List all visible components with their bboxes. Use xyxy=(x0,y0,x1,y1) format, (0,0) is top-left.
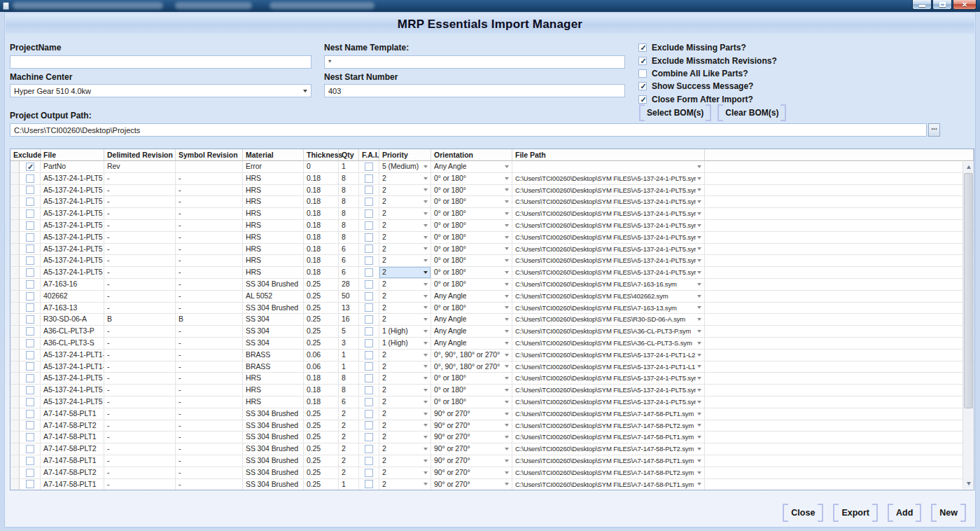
file-path-dropdown[interactable]: C:\Users\TCI00260\Desktop\SYM FILES\A7-1… xyxy=(512,408,705,420)
exclude-cell[interactable] xyxy=(20,361,41,373)
col-header-priority[interactable]: Priority xyxy=(379,149,431,161)
fai-cell[interactable] xyxy=(359,314,379,326)
file-path-dropdown[interactable]: C:\Users\TCI00260\Desktop\SYM FILES\A5-1… xyxy=(512,396,705,408)
exclude-cell[interactable] xyxy=(20,314,41,326)
priority-dropdown[interactable]: 2 xyxy=(379,185,431,197)
orientation-dropdown[interactable]: Any Angle xyxy=(431,314,512,326)
exclude-cell[interactable] xyxy=(20,185,41,197)
col-header-material[interactable]: Material xyxy=(243,149,304,161)
scroll-down-button[interactable] xyxy=(963,478,974,489)
exclude-cell[interactable] xyxy=(20,220,41,232)
fai-cell[interactable] xyxy=(359,244,379,256)
row-header-cell[interactable] xyxy=(10,350,20,361)
fai-cell[interactable] xyxy=(359,255,379,267)
exclude-checkbox[interactable] xyxy=(26,386,34,394)
exclude-checkbox[interactable] xyxy=(26,374,34,382)
export-button[interactable]: Export xyxy=(833,504,878,522)
fai-checkbox[interactable] xyxy=(365,221,373,230)
row-header-cell[interactable] xyxy=(10,373,20,385)
fai-cell[interactable] xyxy=(359,220,379,232)
fai-checkbox[interactable] xyxy=(365,398,373,406)
col-header-qty[interactable]: Qty xyxy=(339,149,359,161)
file-path-dropdown[interactable]: C:\Users\TCI00260\Desktop\SYM FILES\A5-1… xyxy=(512,173,705,185)
fai-cell[interactable] xyxy=(359,396,379,408)
exclude-cell[interactable] xyxy=(20,385,41,396)
orientation-dropdown[interactable]: 0° or 180° xyxy=(431,279,512,291)
exclude-checkbox[interactable] xyxy=(26,292,34,301)
fai-checkbox[interactable] xyxy=(365,421,373,429)
orientation-dropdown[interactable]: 0° or 180° xyxy=(431,373,512,385)
priority-dropdown[interactable]: 2 xyxy=(379,196,431,208)
orientation-dropdown[interactable]: 0° or 180° xyxy=(431,396,512,408)
priority-dropdown[interactable]: 2 xyxy=(379,385,431,396)
orientation-dropdown[interactable]: 0° or 180° xyxy=(431,255,512,267)
fai-cell[interactable] xyxy=(359,303,379,315)
exclude-cell[interactable] xyxy=(20,443,41,455)
orientation-dropdown[interactable]: 0°, 90°, 180° or 270° xyxy=(431,361,512,373)
row-header-cell[interactable] xyxy=(10,467,20,479)
exclude-checkbox[interactable] xyxy=(26,433,34,441)
orientation-dropdown[interactable]: 90° or 270° xyxy=(431,432,512,443)
exclude-checkbox[interactable] xyxy=(26,457,34,465)
col-header-file[interactable]: File xyxy=(41,149,104,161)
orientation-dropdown[interactable]: 0° or 180° xyxy=(431,220,512,232)
fai-cell[interactable] xyxy=(359,361,379,373)
nest-start-number-input[interactable] xyxy=(324,84,625,97)
exclude-checkbox[interactable] xyxy=(26,362,34,371)
row-header-cell[interactable] xyxy=(10,396,20,408)
file-path-dropdown[interactable]: C:\Users\TCI00260\Desktop\SYM FILES\A5-1… xyxy=(512,385,705,396)
scroll-up-button[interactable] xyxy=(963,162,974,172)
minimize-button[interactable] xyxy=(912,0,932,10)
priority-dropdown[interactable]: 2 xyxy=(379,291,431,303)
close-button[interactable]: Close xyxy=(783,504,823,522)
priority-dropdown[interactable]: 1 (High) xyxy=(379,338,431,350)
priority-dropdown[interactable]: 2 xyxy=(379,420,431,432)
orientation-dropdown[interactable]: Any Angle xyxy=(431,291,512,303)
fai-cell[interactable] xyxy=(359,338,379,350)
priority-dropdown[interactable]: 2 xyxy=(379,303,431,315)
row-header-cell[interactable] xyxy=(10,455,20,467)
exclude-cell[interactable] xyxy=(20,173,41,185)
row-header-cell[interactable] xyxy=(10,161,20,173)
exclude-cell[interactable] xyxy=(20,161,41,173)
fai-checkbox[interactable] xyxy=(365,339,373,347)
file-path-dropdown[interactable]: C:\Users\TCI00260\Desktop\SYM FILES\A7-1… xyxy=(512,443,705,455)
file-path-dropdown[interactable]: C:\Users\TCI00260\Desktop\SYM FILES\A5-1… xyxy=(512,208,705,220)
exclude-checkbox[interactable] xyxy=(26,327,34,336)
priority-dropdown[interactable]: 2 xyxy=(379,432,431,443)
file-path-dropdown[interactable]: C:\Users\TCI00260\Desktop\SYM FILES\A5-1… xyxy=(512,255,705,267)
priority-dropdown[interactable]: 1 (High) xyxy=(379,326,431,338)
exclude-checkbox[interactable] xyxy=(26,303,34,312)
orientation-dropdown[interactable]: 90° or 270° xyxy=(431,479,512,490)
fai-cell[interactable] xyxy=(359,291,379,303)
fai-checkbox[interactable] xyxy=(365,469,373,477)
exclude-cell[interactable] xyxy=(20,232,41,244)
fai-checkbox[interactable] xyxy=(365,163,373,171)
file-path-dropdown[interactable]: C:\Users\TCI00260\Desktop\SYM FILES\A7-1… xyxy=(512,479,705,490)
fai-cell[interactable] xyxy=(359,479,379,490)
row-header-cell[interactable] xyxy=(10,208,20,220)
fai-cell[interactable] xyxy=(359,196,379,208)
option-checkbox[interactable] xyxy=(638,43,647,52)
fai-checkbox[interactable] xyxy=(365,480,373,488)
option-checkbox[interactable] xyxy=(638,95,647,104)
fai-checkbox[interactable] xyxy=(365,233,373,242)
exclude-checkbox[interactable] xyxy=(26,469,34,477)
exclude-cell[interactable] xyxy=(20,479,41,490)
row-header-cell[interactable] xyxy=(10,279,20,291)
file-path-dropdown[interactable]: C:\Users\TCI00260\Desktop\SYM FILES\A7-1… xyxy=(512,455,705,467)
priority-dropdown[interactable]: 5 (Medium) xyxy=(379,161,431,173)
exclude-cell[interactable] xyxy=(20,338,41,350)
fai-cell[interactable] xyxy=(359,232,379,244)
project-name-input[interactable] xyxy=(10,55,312,69)
orientation-dropdown[interactable]: 0°, 90°, 180° or 270° xyxy=(431,350,512,361)
priority-dropdown[interactable]: 2 xyxy=(379,255,431,267)
exclude-checkbox[interactable] xyxy=(26,221,34,230)
row-header-cell[interactable] xyxy=(10,303,20,315)
priority-dropdown[interactable]: 2 xyxy=(379,467,431,479)
file-path-dropdown[interactable]: C:\Users\TCI00260\Desktop\SYM FILES\A7-1… xyxy=(512,467,705,479)
option-checkbox[interactable] xyxy=(638,57,647,65)
fai-checkbox[interactable] xyxy=(365,198,373,206)
col-header-symbol-revision[interactable]: Symbol Revision xyxy=(176,149,243,161)
new-button[interactable]: New xyxy=(931,504,966,522)
